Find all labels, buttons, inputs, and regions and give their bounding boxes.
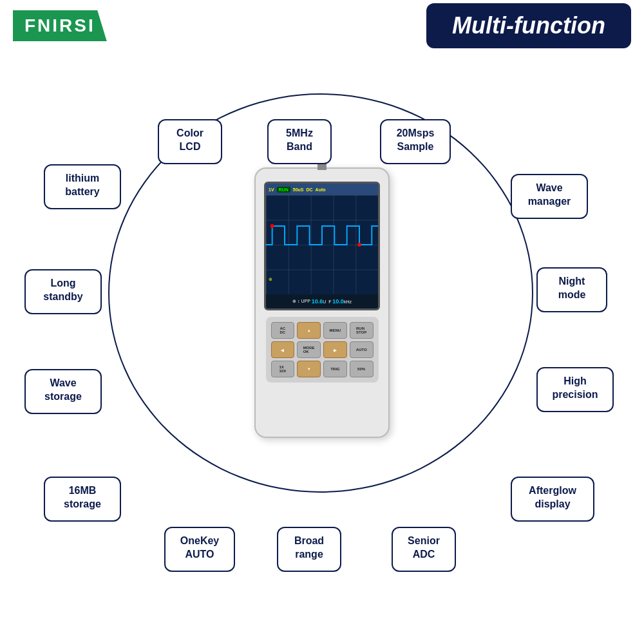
key-auto[interactable]: AUTO: [350, 341, 374, 358]
feature-label-20msps-sample: 20Msps Sample: [397, 128, 435, 152]
screen-topbar: 1V RUN 50uS DC Auto: [266, 184, 378, 195]
key-1x10x[interactable]: 1X10X: [271, 361, 295, 377]
waveform-svg: ⊕: [266, 195, 378, 294]
feature-wave-storage: Wave storage: [24, 369, 102, 414]
screen-measure-val1: 10.6: [312, 298, 323, 305]
feature-label-wave-manager: Wave manager: [528, 182, 571, 207]
screen-run-status: RUN: [277, 187, 290, 193]
feature-lithium-battery: lithium battery: [44, 164, 121, 209]
feature-wave-manager: Wave manager: [511, 174, 588, 219]
screen-measure-unit1: U: [323, 299, 328, 304]
svg-point-0: [270, 224, 274, 228]
feature-label-5mhz-band: 5MHz Band: [286, 128, 313, 152]
feature-label-16mb-storage: 16MB storage: [64, 485, 101, 509]
header: FNIRSI Multi-function: [0, 0, 644, 52]
screen-freq-unit: kHz: [344, 299, 352, 304]
key-modeok[interactable]: MODEOK: [297, 341, 321, 358]
svg-text:⊕: ⊕: [269, 277, 272, 281]
screen-coupling: DC: [306, 187, 312, 192]
screen-measure-label: ⊕ ↕ UPP: [292, 299, 312, 304]
feature-label-afterglow-display: Afterglow display: [529, 485, 576, 509]
feature-label-color-lcd: Color LCD: [176, 128, 204, 152]
screen-voltage: 1V: [269, 187, 274, 192]
feature-afterglow-display: Afterglow display: [511, 477, 594, 522]
screen-freq-val: 10.0: [332, 298, 344, 305]
feature-label-lithium-battery: lithium battery: [65, 173, 99, 197]
title-badge: Multi-function: [426, 3, 631, 48]
feature-label-wave-storage: Wave storage: [44, 377, 82, 402]
feature-long-standby: Long standby: [24, 269, 102, 314]
page-title: Multi-function: [452, 12, 605, 39]
key-50pct[interactable]: 50%: [350, 361, 374, 377]
keypad-top: ACDC ▲ MENU RUNSTOP ◀ MODEOK ▶ AUTO 1X10…: [266, 317, 379, 383]
feature-label-night-mode: Night mode: [558, 276, 586, 300]
screen-bottombar: ⊕ ↕ UPP 10.6 U F 10.0 kHz: [266, 294, 378, 308]
feature-night-mode: Night mode: [536, 267, 607, 312]
key-up[interactable]: ▲: [297, 322, 321, 339]
feature-label-senior-adc: Senior ADC: [408, 535, 440, 560]
feature-label-high-precision: High precision: [552, 375, 598, 400]
feature-senior-adc: Senior ADC: [392, 527, 456, 572]
key-down[interactable]: ▼: [297, 361, 321, 377]
key-menu[interactable]: MENU: [323, 322, 347, 339]
feature-20msps-sample: 20Msps Sample: [380, 119, 451, 164]
key-acdc[interactable]: ACDC: [271, 322, 295, 339]
feature-label-onekey-auto: OneKey AUTO: [180, 535, 219, 560]
feature-color-lcd: Color LCD: [158, 119, 222, 164]
screen-trigger: Auto: [316, 187, 326, 192]
device-screen: 1V RUN 50uS DC Auto ⊕ ⊕ ↕ UPP: [264, 182, 380, 310]
brand-logo: FNIRSI: [24, 15, 95, 35]
feature-label-long-standby: Long standby: [43, 278, 82, 302]
logo-area: FNIRSI: [13, 10, 107, 41]
key-trig[interactable]: TRIG: [323, 361, 347, 377]
feature-5mhz-band: 5MHz Band: [267, 119, 332, 164]
feature-label-broad-range: Broad range: [294, 535, 324, 560]
screen-time: 50uS: [293, 187, 304, 192]
key-right[interactable]: ▶: [323, 341, 347, 358]
feature-16mb-storage: 16MB storage: [44, 477, 121, 522]
key-left[interactable]: ◀: [271, 341, 295, 358]
feature-onekey-auto: OneKey AUTO: [164, 527, 235, 572]
screen-grid: ⊕: [266, 195, 378, 294]
oscilloscope-device: 1V RUN 50uS DC Auto ⊕ ⊕ ↕ UPP: [254, 167, 390, 438]
device-container: 1V RUN 50uS DC Auto ⊕ ⊕ ↕ UPP: [225, 142, 419, 464]
feature-high-precision: High precision: [536, 367, 614, 412]
svg-point-1: [357, 243, 361, 247]
feature-broad-range: Broad range: [277, 527, 341, 572]
key-runstop[interactable]: RUNSTOP: [350, 322, 374, 339]
